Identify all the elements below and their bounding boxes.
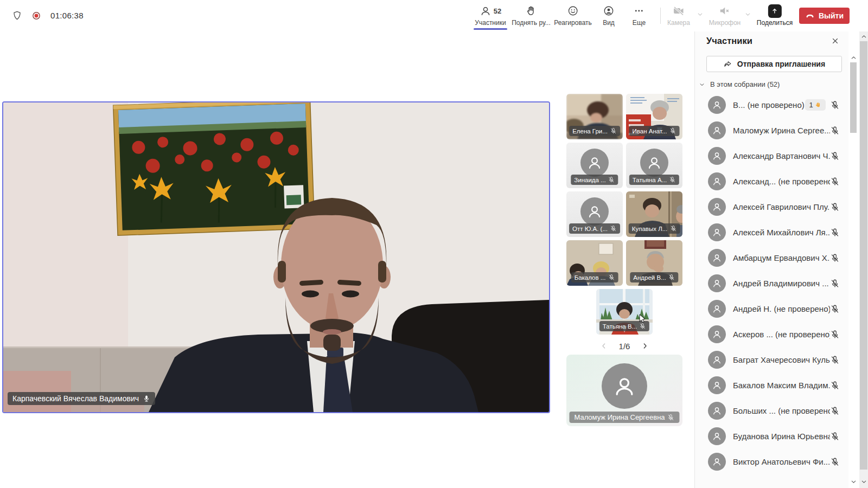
participant-row[interactable]: Амбарцум Ервандович Х... (695, 245, 848, 271)
more-button[interactable]: Еще (633, 4, 646, 27)
tile-pager: 1/6 (566, 338, 682, 354)
more-icon (633, 4, 645, 18)
leave-button[interactable]: Выйти (799, 8, 850, 24)
mic-off-icon (830, 330, 840, 339)
pager-position: 1/6 (619, 342, 630, 351)
pager-next-icon[interactable] (641, 342, 649, 350)
participant-name: Аскеров ... (не проверено) (733, 330, 830, 339)
camera-off-icon (672, 4, 685, 18)
video-tile-elena[interactable]: Елена Гри... (566, 94, 623, 139)
react-button[interactable]: Реагировать (554, 4, 592, 27)
raise-hand-button[interactable]: Поднять ру... (512, 4, 551, 27)
avatar (708, 300, 726, 318)
raised-hand-badge: 1 (805, 99, 826, 111)
leave-label: Выйти (819, 11, 844, 20)
video-tile-kupavykh[interactable]: Купавых Л... (626, 191, 682, 237)
mic-off-icon (608, 176, 615, 183)
share-icon (768, 4, 781, 18)
shield-icon[interactable] (12, 10, 22, 21)
participant-row[interactable]: Алексей Михайлович Ля... (695, 220, 848, 245)
avatar (708, 402, 726, 420)
participant-row[interactable]: В... (не проверено) 1 (695, 92, 848, 118)
participant-row[interactable]: Аскеров ... (не проверено) (695, 322, 848, 347)
avatar (602, 363, 647, 409)
scroll-up-icon[interactable] (850, 54, 857, 61)
avatar (708, 325, 726, 343)
close-icon[interactable] (831, 36, 840, 46)
video-tile-ivan[interactable]: Иван Анат... (626, 94, 682, 139)
mic-off-icon (668, 274, 675, 281)
participant-row[interactable]: Баграт Хачересович Куль... (695, 347, 848, 373)
meeting-timer: 01:06:38 (50, 11, 84, 20)
toolbar: 01:06:38 52 Участники Поднять ру... Реаг… (0, 0, 868, 31)
microphone-label: Микрофон (709, 19, 741, 27)
avatar (708, 427, 726, 445)
participant-row[interactable]: Алексей Гаврилович Плу... (695, 194, 848, 220)
mic-off-icon (830, 253, 840, 263)
participants-label: Участники (475, 19, 506, 27)
react-label: Реагировать (554, 19, 592, 27)
tile-name-chip: Татьяна В... (599, 321, 649, 331)
participant-row[interactable]: Андрей Владимирович ... (695, 271, 848, 296)
scroll-up-icon[interactable] (859, 33, 868, 40)
invite-button[interactable]: Отправка приглашения (706, 56, 842, 72)
avatar (580, 149, 609, 177)
participant-row[interactable]: Андрей Н. (не проверено) (695, 296, 848, 322)
status-left: 01:06:38 (12, 10, 84, 21)
participant-row[interactable]: Больших ... (не проверено) (695, 398, 848, 423)
avatar (708, 274, 726, 292)
raised-hand-icon (815, 101, 822, 108)
participant-row[interactable]: Александ... (не проверено) (695, 169, 848, 194)
avatar (708, 223, 726, 241)
scrollbar-thumb[interactable] (860, 41, 867, 470)
camera-button[interactable]: Камера (667, 4, 690, 27)
scrollbar-thumb[interactable] (850, 62, 857, 133)
active-tab-underline (474, 28, 507, 30)
participant-row[interactable]: Бакалов Максим Владим... (695, 373, 848, 398)
camera-options-chevron-icon[interactable] (697, 11, 704, 18)
avatar-tile-zinaida[interactable]: Зинаида ... (566, 143, 623, 188)
avatar (708, 249, 726, 267)
participant-row[interactable]: Виктор Анатольевич Фи... (695, 449, 848, 474)
view-button[interactable]: Вид (603, 4, 615, 27)
speaker-muted-icon (718, 4, 731, 18)
scroll-down-icon[interactable] (859, 478, 868, 485)
pager-prev-icon[interactable] (599, 342, 608, 350)
mic-off-icon (669, 225, 676, 232)
mic-off-icon (830, 355, 840, 365)
participants-button[interactable]: 52 Участники (474, 4, 507, 30)
mic-off-icon (830, 457, 840, 467)
mic-off-icon (830, 100, 840, 110)
microphone-button[interactable]: Микрофон (709, 4, 741, 27)
avatar-tile-tatyana-a[interactable]: Татьяна А... (626, 143, 682, 188)
participant-name: Андрей Н. (не проверено) (733, 304, 830, 313)
microphone-options-chevron-icon[interactable] (744, 11, 751, 18)
active-speaker-video[interactable]: Карпачевский Вячеслав Вадимович (2, 101, 550, 413)
speaker-video-scene (3, 102, 549, 412)
participant-name: Больших ... (не проверено) (733, 406, 830, 415)
window-scrollbar[interactable] (859, 31, 868, 488)
participant-row[interactable]: Маломуж Ирина Сергее... (695, 118, 848, 143)
mic-off-icon (830, 202, 840, 212)
participant-name: Алексей Михайлович Ля... (733, 228, 830, 237)
avatar-tile-ott[interactable]: Отт Ю.А. (... (566, 191, 623, 237)
video-tile-bakalov[interactable]: Бакалов ... (566, 240, 623, 286)
section-in-this-meeting[interactable]: В этом собрании (52) (699, 80, 780, 88)
avatar (708, 172, 726, 190)
hangup-icon (805, 11, 815, 21)
mic-off-icon (610, 127, 617, 134)
share-button[interactable]: Поделиться (757, 4, 793, 27)
participant-name: Александ... (не проверено) (733, 177, 830, 186)
self-video-tile[interactable]: Маломуж Ирина Сергеевна (566, 355, 682, 426)
scroll-down-icon[interactable] (850, 478, 857, 485)
tile-name-chip: Андрей В... (630, 272, 678, 282)
participant-row[interactable]: Буданова Ирина Юрьевна (695, 423, 848, 449)
video-tile-tatyana-v[interactable]: Татьяна В... (596, 289, 653, 335)
chevron-down-icon (699, 81, 705, 88)
avatar (708, 198, 726, 216)
participant-row[interactable]: Александр Вартанович Ч... (695, 143, 848, 169)
tile-name-chip: Иван Анат... (629, 126, 680, 136)
share-invite-icon (723, 60, 732, 69)
video-tile-andrey[interactable]: Андрей В... (626, 240, 682, 286)
list-scrollbar[interactable] (850, 54, 857, 486)
